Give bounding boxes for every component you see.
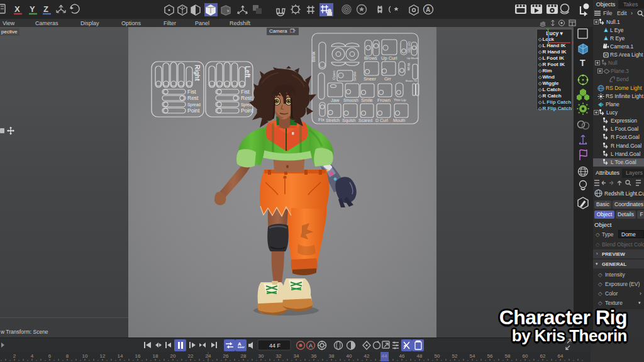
svg-text:X: X (14, 4, 20, 14)
svg-text:T: T (580, 58, 586, 68)
svg-text:A: A (426, 6, 430, 13)
svg-text:Y: Y (30, 4, 35, 14)
svg-text:Z: Z (43, 4, 48, 14)
svg-text:Y: Y (547, 28, 550, 32)
